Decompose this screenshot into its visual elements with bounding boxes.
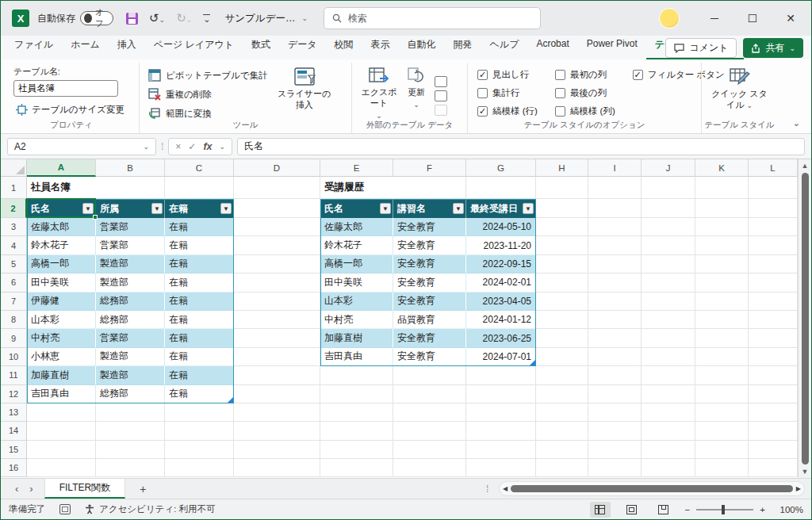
cell-G6[interactable]: 2024-02-01 (466, 273, 536, 292)
sheet-grid[interactable]: ABCDEFGHIJKL1社員名簿受講履歴2氏名▼所属▼在籍▼氏名▼講習名▼最終… (1, 159, 798, 477)
row-header-8[interactable]: 8 (1, 311, 27, 329)
cell-B1[interactable] (96, 177, 165, 199)
page-layout-view-button[interactable] (622, 502, 642, 518)
ribbon-tab-2[interactable]: 挿入 (109, 33, 145, 59)
cell-C12[interactable]: 在籍 (165, 385, 234, 403)
zoom-in-icon[interactable]: + (760, 505, 765, 514)
row-header-16[interactable]: 16 (1, 459, 27, 477)
zoom-out-icon[interactable]: − (685, 505, 691, 514)
cell-K11[interactable] (695, 366, 749, 384)
cell-E11[interactable] (320, 366, 393, 384)
cell-K12[interactable] (695, 385, 749, 403)
cell-H7[interactable] (536, 292, 588, 311)
document-title[interactable]: サンプルデー… ⌄ (224, 12, 308, 25)
cell-G16[interactable] (466, 459, 536, 477)
cell-G2[interactable]: 最終受講日▼ (466, 199, 536, 218)
checkbox-3[interactable]: 最初の列 (555, 69, 615, 81)
redo-button[interactable]: ↻⌄ (176, 11, 192, 25)
cell-E1[interactable]: 受講履歴 (320, 177, 393, 199)
cell-H9[interactable] (536, 329, 588, 347)
cell-B4[interactable]: 営業部 (96, 236, 165, 254)
horizontal-scrollbar[interactable]: ◀ ▶ (499, 481, 805, 496)
row-header-13[interactable]: 13 (1, 403, 27, 422)
cell-D12[interactable] (234, 385, 320, 403)
cell-B3[interactable]: 営業部 (96, 218, 165, 236)
cell-H3[interactable] (536, 218, 588, 236)
cell-E13[interactable] (320, 403, 393, 422)
cell-J2[interactable] (642, 199, 695, 218)
cell-H12[interactable] (536, 385, 588, 403)
cell-C13[interactable] (165, 403, 234, 422)
cell-C16[interactable] (165, 459, 234, 477)
cell-B12[interactable]: 総務部 (96, 385, 165, 403)
cell-L1[interactable] (749, 177, 798, 199)
cell-K16[interactable] (695, 459, 749, 477)
next-sheet-icon[interactable]: › (29, 483, 33, 495)
cell-I16[interactable] (588, 459, 642, 477)
row-header-14[interactable]: 14 (1, 422, 27, 440)
cell-C3[interactable]: 在籍 (165, 218, 234, 236)
cell-J8[interactable] (642, 311, 695, 329)
cell-H16[interactable] (536, 459, 588, 477)
cell-H14[interactable] (536, 422, 588, 440)
cell-K15[interactable] (695, 441, 749, 459)
cell-B5[interactable]: 製造部 (96, 255, 165, 273)
cell-L15[interactable] (749, 441, 798, 459)
column-header-A[interactable]: A (27, 159, 96, 177)
cell-I14[interactable] (588, 422, 642, 440)
maximize-button[interactable]: ☐ (737, 6, 768, 31)
cell-K14[interactable] (695, 422, 749, 440)
share-button[interactable]: 共有 ⌄ (743, 38, 803, 58)
cell-A5[interactable]: 高橋一郎 (27, 255, 96, 273)
customize-qat-icon[interactable]: ⌄ (203, 14, 210, 23)
cell-J13[interactable] (642, 403, 695, 422)
cell-J15[interactable] (642, 441, 695, 459)
row-header-1[interactable]: 1 (1, 177, 27, 199)
cell-D14[interactable] (234, 422, 320, 440)
zoom-slider[interactable] (696, 509, 753, 510)
cell-D11[interactable] (234, 366, 320, 384)
cell-L13[interactable] (749, 403, 798, 422)
cell-G8[interactable]: 2024-01-12 (466, 311, 536, 329)
ribbon-tab-3[interactable]: ページ レイアウト (145, 33, 243, 59)
cell-J14[interactable] (642, 422, 695, 440)
cell-K9[interactable] (695, 329, 749, 347)
formula-bar-splitter[interactable]: ⁞ (161, 141, 163, 152)
cell-J9[interactable] (642, 329, 695, 347)
user-avatar[interactable] (659, 8, 680, 29)
cell-K3[interactable] (695, 218, 749, 236)
cell-I13[interactable] (588, 403, 642, 422)
cell-F11[interactable] (393, 366, 466, 384)
cell-F8[interactable]: 品質教育 (393, 311, 466, 329)
row-header-15[interactable]: 15 (1, 441, 27, 459)
column-header-C[interactable]: C (165, 159, 234, 177)
cell-B15[interactable] (96, 441, 165, 459)
cell-E10[interactable]: 吉田真由 (320, 348, 393, 366)
cell-E15[interactable] (320, 441, 393, 459)
cell-E16[interactable] (320, 459, 393, 477)
row-header-2[interactable]: 2 (1, 199, 27, 218)
cell-F4[interactable]: 安全教育 (393, 236, 466, 254)
cell-F15[interactable] (393, 441, 466, 459)
add-sheet-button[interactable]: + (125, 483, 160, 495)
cell-K5[interactable] (695, 255, 749, 273)
cell-G11[interactable] (466, 366, 536, 384)
autosave-toggle[interactable]: 自動保存 オフ (37, 11, 113, 25)
cancel-entry-icon[interactable]: × (175, 141, 181, 152)
cell-C2[interactable]: 在籍▼ (165, 199, 234, 218)
cell-L5[interactable] (749, 255, 798, 273)
cell-H8[interactable] (536, 311, 588, 329)
open-in-browser-icon[interactable] (435, 90, 447, 101)
cell-L3[interactable] (749, 218, 798, 236)
filter-dropdown-icon[interactable]: ▼ (523, 203, 534, 214)
ribbon-tab-6[interactable]: 校閲 (326, 33, 362, 59)
cell-C4[interactable]: 在籍 (165, 236, 234, 254)
cell-A15[interactable] (27, 441, 96, 459)
row-header-3[interactable]: 3 (1, 218, 27, 236)
cell-L9[interactable] (749, 329, 798, 347)
cell-C10[interactable]: 在籍 (165, 348, 234, 366)
cell-C11[interactable]: 在籍 (165, 366, 234, 384)
cell-D5[interactable] (234, 255, 320, 273)
cell-B6[interactable]: 製造部 (96, 273, 165, 292)
cell-A2[interactable]: 氏名▼ (27, 199, 96, 218)
